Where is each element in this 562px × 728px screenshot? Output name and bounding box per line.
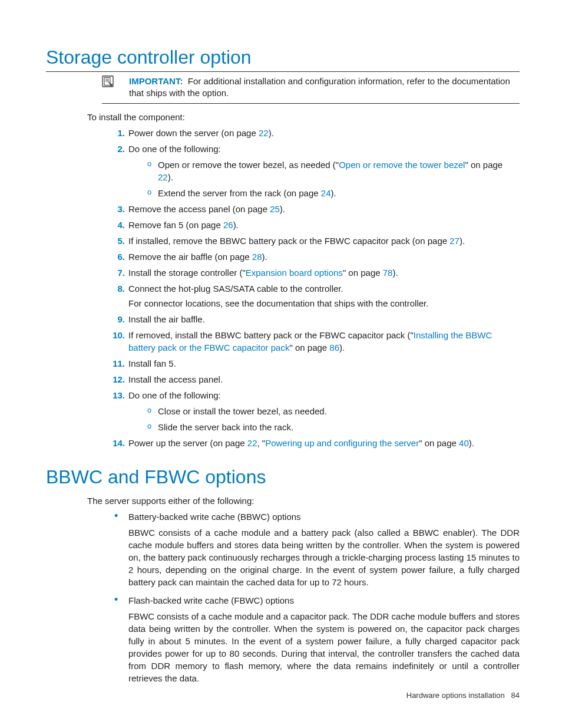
page-link[interactable]: 22 xyxy=(259,128,269,138)
footer-text: Hardware options installation xyxy=(406,691,505,700)
xref-link[interactable]: Expansion board options xyxy=(246,268,343,278)
step-2: Do one of the following: Open or remove … xyxy=(108,143,520,199)
important-body: For additional installation and configur… xyxy=(129,76,510,98)
option-label: Battery-backed write cache (BBWC) option… xyxy=(128,510,520,523)
install-lead: To install the component: xyxy=(87,112,520,122)
sub-item: Extend the server from the rack (on page… xyxy=(147,187,520,199)
list-item: Flash-backed write cache (FBWC) options … xyxy=(108,594,520,684)
step-13: Do one of the following: Close or instal… xyxy=(108,389,520,433)
page-link[interactable]: 22 xyxy=(158,172,168,182)
page-link[interactable]: 78 xyxy=(383,268,393,278)
step-8-note: For connector locations, see the documen… xyxy=(128,297,520,309)
install-steps: Power down the server (on page 22). Do o… xyxy=(108,127,520,449)
important-label: IMPORTANT: xyxy=(129,76,183,86)
xref-link[interactable]: Open or remove the tower bezel xyxy=(339,160,465,170)
footer-page: 84 xyxy=(511,691,520,700)
step-12: Install the access panel. xyxy=(108,373,520,386)
xref-link[interactable]: Powering up and configuring the server xyxy=(265,438,419,448)
option-label: Flash-backed write cache (FBWC) options xyxy=(128,594,520,607)
step-2-sub: Open or remove the tower bezel, as neede… xyxy=(147,159,520,199)
step-10: If removed, install the BBWC battery pac… xyxy=(108,329,520,354)
page-link[interactable]: 24 xyxy=(321,188,331,198)
note-icon xyxy=(102,75,114,87)
heading-storage-controller: Storage controller option xyxy=(46,47,520,68)
heading-bbwc-fbwc: BBWC and FBWC options xyxy=(46,467,520,487)
step-14: Power up the server (on page 22, "Poweri… xyxy=(108,437,520,449)
page-link[interactable]: 28 xyxy=(252,252,262,262)
step-5: If installed, remove the BBWC battery pa… xyxy=(108,235,520,247)
sub-item: Open or remove the tower bezel, as neede… xyxy=(147,159,520,183)
rule xyxy=(46,71,520,72)
important-text: IMPORTANT: For additional installation a… xyxy=(129,75,520,100)
step-3: Remove the access panel (on page 25). xyxy=(108,203,520,215)
step-7: Install the storage controller ("Expansi… xyxy=(108,266,520,279)
sub-item: Close or install the tower bezel, as nee… xyxy=(147,405,520,417)
important-callout: IMPORTANT: For additional installation a… xyxy=(102,75,520,104)
page-link[interactable]: 25 xyxy=(270,204,280,214)
step-6: Remove the air baffle (on page 28). xyxy=(108,251,520,263)
step-11: Install fan 5. xyxy=(108,357,520,370)
page-footer: Hardware options installation 84 xyxy=(406,691,520,700)
page-link[interactable]: 40 xyxy=(459,438,469,448)
sub-item: Slide the server back into the rack. xyxy=(147,421,520,433)
page-link[interactable]: 22 xyxy=(247,438,257,448)
step-1: Power down the server (on page 22). xyxy=(108,127,520,139)
step-4: Remove fan 5 (on page 26). xyxy=(108,219,520,231)
bbwc-lead: The server supports either of the follow… xyxy=(87,496,520,506)
step-13-sub: Close or install the tower bezel, as nee… xyxy=(147,405,520,433)
step-8: Connect the hot-plug SAS/SATA cable to t… xyxy=(108,282,520,309)
option-desc: FBWC consists of a cache module and a ca… xyxy=(128,610,520,684)
list-item: Battery-backed write cache (BBWC) option… xyxy=(108,510,520,588)
page-link[interactable]: 26 xyxy=(223,220,233,230)
page-link[interactable]: 86 xyxy=(329,342,339,353)
step-9: Install the air baffle. xyxy=(108,313,520,325)
page-link[interactable]: 27 xyxy=(449,236,459,246)
options-list: Battery-backed write cache (BBWC) option… xyxy=(108,510,520,684)
option-desc: BBWC consists of a cache module and a ba… xyxy=(128,526,520,588)
